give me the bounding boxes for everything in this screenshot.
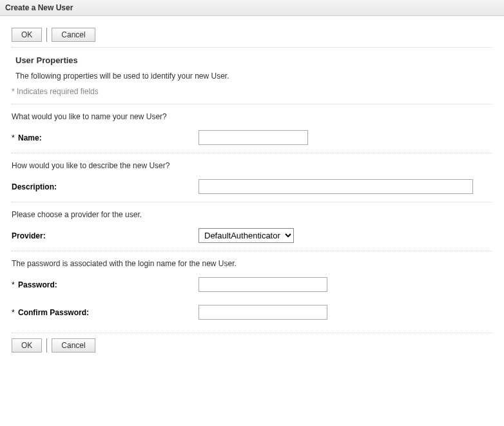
bottom-button-row: OK Cancel [12,333,492,358]
section-header: User Properties [12,48,492,69]
password-group: The password is associated with the logi… [12,251,492,327]
provider-group: Please choose a provider for the user. P… [12,202,492,251]
password-row: * Password: [12,277,492,292]
confirm-password-label: * Confirm Password: [12,308,199,317]
name-label: * Name: [12,133,199,142]
confirm-password-row: * Confirm Password: [12,305,492,320]
cancel-button[interactable]: Cancel [52,338,95,353]
name-label-text: Name: [18,133,42,142]
cancel-button[interactable]: Cancel [52,28,95,42]
name-prompt: What would you like to name your new Use… [12,112,492,121]
confirm-password-input[interactable] [199,305,327,320]
top-button-row: OK Cancel [12,23,492,48]
required-asterisk: * [12,280,15,289]
password-label: * Password: [12,280,199,289]
provider-select-wrap: DefaultAuthenticator [199,228,294,243]
description-row: Description: [12,179,492,194]
ok-button[interactable]: OK [12,338,42,353]
button-divider [46,338,47,353]
page-title: Create a New User [5,3,73,12]
required-asterisk: * [12,133,15,142]
provider-select[interactable]: DefaultAuthenticator [199,228,294,243]
provider-label: Provider: [12,231,199,240]
button-divider [46,28,47,42]
description-label: Description: [12,182,199,191]
name-input[interactable] [199,130,308,145]
password-input[interactable] [199,277,327,292]
ok-button[interactable]: OK [12,28,42,42]
section-title: User Properties [15,55,492,65]
description-prompt: How would you like to describe the new U… [12,161,492,170]
name-group: What would you like to name your new Use… [12,104,492,153]
required-asterisk: * [12,308,15,317]
confirm-password-label-text: Confirm Password: [18,308,89,317]
password-prompt: The password is associated with the logi… [12,259,492,268]
provider-prompt: Please choose a provider for the user. [12,210,492,219]
password-label-text: Password: [18,280,57,289]
name-row: * Name: [12,130,492,145]
description-group: How would you like to describe the new U… [12,153,492,202]
description-input[interactable] [199,179,473,194]
section-description: The following properties will be used to… [12,69,492,84]
required-fields-note: * Indicates required fields [12,84,492,104]
title-bar: Create a New User [0,0,504,16]
content-area: OK Cancel User Properties The following … [0,16,504,364]
provider-row: Provider: DefaultAuthenticator [12,228,492,243]
